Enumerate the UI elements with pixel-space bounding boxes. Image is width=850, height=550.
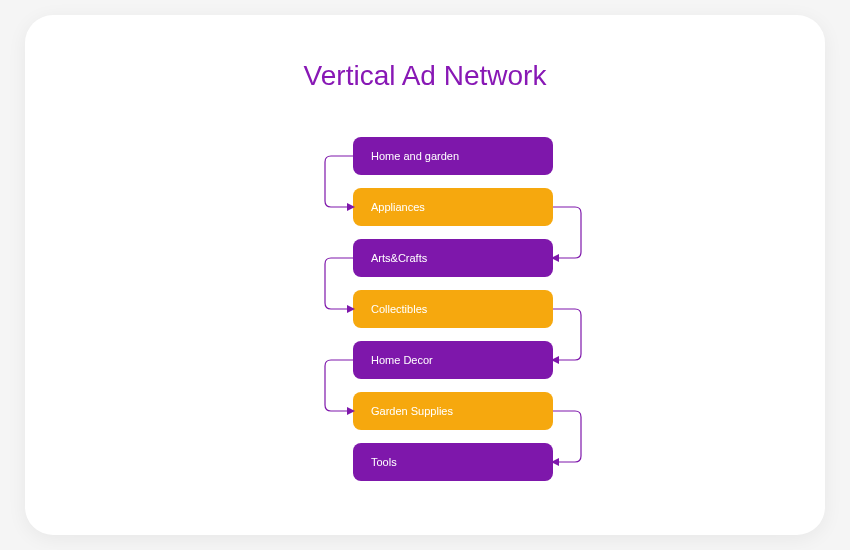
connector-3-4 [553,309,581,360]
connector-1-2 [553,207,581,258]
block-stack: Home and garden Appliances Arts&Crafts C… [353,137,553,494]
connector-2-3 [325,258,353,309]
block-home-decor: Home Decor [353,341,553,379]
block-appliances: Appliances [353,188,553,226]
block-label: Home and garden [371,150,459,162]
block-tools: Tools [353,443,553,481]
block-garden-supplies: Garden Supplies [353,392,553,430]
block-label: Collectibles [371,303,427,315]
block-label: Tools [371,456,397,468]
block-label: Arts&Crafts [371,252,427,264]
block-label: Garden Supplies [371,405,453,417]
block-arts-and-crafts: Arts&Crafts [353,239,553,277]
connector-4-5 [325,360,353,411]
connector-0-1 [325,156,353,207]
block-collectibles: Collectibles [353,290,553,328]
connector-5-6 [553,411,581,462]
block-home-and-garden: Home and garden [353,137,553,175]
diagram-card: Vertical Ad Network Home and garden Appl… [25,15,825,535]
block-label: Home Decor [371,354,433,366]
diagram-title: Vertical Ad Network [25,60,825,92]
block-label: Appliances [371,201,425,213]
